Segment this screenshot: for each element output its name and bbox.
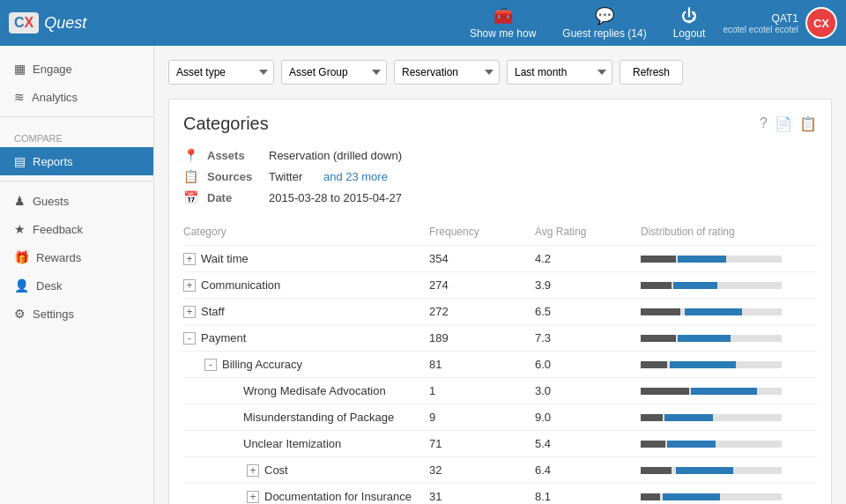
rating-bar bbox=[641, 414, 817, 421]
expand-button[interactable]: + bbox=[183, 306, 196, 318]
rating-bar-blue bbox=[678, 256, 726, 263]
app-layout: ▦ Engage ≋ Analytics Compare ▤ Reports ♟… bbox=[0, 46, 846, 504]
rating-bar-bg bbox=[641, 308, 782, 315]
nav-show-me-how[interactable]: 🧰 Show me how bbox=[470, 6, 536, 40]
category-cell: - Payment bbox=[183, 331, 429, 345]
categories-card: Categories ? 📄 📋 📍 Assets Reservation (d… bbox=[168, 99, 832, 504]
sidebar-item-reports-label: Reports bbox=[33, 155, 73, 168]
sidebar-item-desk[interactable]: 👤 Desk bbox=[0, 271, 153, 300]
rating-bar-dark bbox=[641, 308, 680, 315]
category-cell: Misunderstanding of Package bbox=[183, 411, 429, 424]
frequency-value: 272 bbox=[429, 305, 535, 318]
sidebar-item-rewards[interactable]: 🎁 Rewards bbox=[0, 243, 153, 271]
card-actions: ? 📄 📋 bbox=[760, 115, 817, 132]
category-label: Wrong Medisafe Advocation bbox=[243, 384, 386, 397]
rating-bar bbox=[641, 467, 817, 474]
date-range-select[interactable]: Last month bbox=[507, 60, 612, 85]
rating-bar-blue bbox=[676, 467, 733, 474]
rating-bar-blue bbox=[685, 308, 742, 315]
avg-rating-value: 7.3 bbox=[535, 331, 641, 345]
sidebar-item-analytics-label: Analytics bbox=[32, 91, 78, 104]
expand-button[interactable]: + bbox=[247, 464, 259, 477]
table-row: Misunderstanding of Package 9 9.0 bbox=[183, 404, 817, 431]
sidebar-item-feedback-label: Feedback bbox=[33, 223, 83, 236]
export-csv-icon[interactable]: 📄 bbox=[775, 115, 792, 132]
avg-rating-value: 9.0 bbox=[535, 411, 641, 424]
sidebar-item-guests-label: Guests bbox=[33, 195, 69, 208]
frequency-value: 32 bbox=[429, 463, 535, 477]
rating-bar-blue bbox=[678, 335, 731, 342]
sidebar-item-settings[interactable]: ⚙ Settings bbox=[0, 300, 153, 328]
category-label: Payment bbox=[201, 331, 246, 345]
header-nav: 🧰 Show me how 💬 Guest replies (14) ⏻ Log… bbox=[470, 6, 705, 40]
category-cell: + Documentation for Insurance bbox=[183, 490, 429, 503]
rating-bar-blue bbox=[663, 493, 720, 500]
nav-guest-replies[interactable]: 💬 Guest replies (14) bbox=[562, 6, 646, 40]
feedback-icon: ★ bbox=[14, 222, 26, 236]
table-header: Category Frequency Avg Rating Distributi… bbox=[183, 219, 817, 246]
compare-label: Compare bbox=[0, 122, 153, 147]
export-pdf-icon[interactable]: 📋 bbox=[799, 115, 817, 132]
expand-button[interactable]: - bbox=[183, 332, 196, 345]
rating-bar-bg bbox=[641, 282, 782, 289]
rating-bar bbox=[641, 361, 817, 368]
rating-bar-dark bbox=[641, 282, 672, 289]
avg-rating-value: 3.0 bbox=[535, 384, 641, 397]
card-header: Categories ? 📄 📋 bbox=[183, 114, 817, 134]
expand-button[interactable]: + bbox=[183, 279, 196, 292]
expand-button[interactable]: - bbox=[204, 359, 217, 371]
help-icon[interactable]: ? bbox=[760, 115, 768, 132]
sidebar-item-feedback[interactable]: ★ Feedback bbox=[0, 215, 153, 243]
table-row: - Billing Accuracy 81 6.0 bbox=[183, 352, 817, 378]
sidebar-item-analytics[interactable]: ≋ Analytics bbox=[0, 83, 153, 111]
main-content: Asset type Asset Group Reservation Last … bbox=[154, 46, 846, 504]
assets-value: Reservation (drilled down) bbox=[269, 149, 402, 162]
rating-bar-dark bbox=[641, 441, 665, 448]
engage-icon: ▦ bbox=[14, 62, 26, 76]
avg-rating-value: 6.4 bbox=[535, 463, 641, 477]
category-label: Billing Accuracy bbox=[222, 358, 302, 371]
sources-more-link[interactable]: and 23 more bbox=[323, 170, 388, 183]
refresh-button[interactable]: Refresh bbox=[620, 60, 683, 85]
table-row: Wrong Medisafe Advocation 1 3.0 bbox=[183, 378, 817, 404]
category-cell: + Cost bbox=[183, 463, 429, 477]
sidebar-item-guests[interactable]: ♟ Guests bbox=[0, 187, 153, 215]
avg-rating-value: 6.0 bbox=[535, 358, 641, 371]
avg-rating-value: 8.1 bbox=[535, 490, 641, 503]
sidebar-item-reports[interactable]: ▤ Reports bbox=[0, 147, 153, 175]
nav-logout[interactable]: ⏻ Logout bbox=[673, 7, 706, 40]
analytics-icon: ≋ bbox=[14, 90, 25, 104]
frequency-value: 81 bbox=[429, 358, 535, 371]
frequency-value: 31 bbox=[429, 490, 535, 503]
avg-rating-value: 3.9 bbox=[535, 278, 641, 292]
asset-group-select[interactable]: Asset Group bbox=[281, 60, 387, 85]
header-user: QAT1 ecotel ecotel ecotel CX bbox=[723, 7, 837, 39]
frequency-value: 71 bbox=[429, 437, 535, 450]
rating-bar bbox=[641, 308, 817, 315]
expand-button[interactable]: + bbox=[247, 491, 259, 503]
asset-type-select[interactable]: Asset type bbox=[168, 60, 274, 85]
table-row: Unclear Itemization 71 5.4 bbox=[183, 431, 817, 457]
rating-bar-blue bbox=[664, 414, 713, 421]
date-label: Date bbox=[207, 191, 260, 204]
user-subtitle: ecotel ecotel ecotel bbox=[723, 25, 798, 34]
sources-label: Sources bbox=[207, 170, 260, 183]
logo: CX Quest bbox=[9, 12, 86, 33]
sidebar-item-engage[interactable]: ▦ Engage bbox=[0, 55, 153, 83]
user-avatar: CX bbox=[805, 7, 837, 39]
category-cell: + Staff bbox=[183, 305, 429, 318]
col-category: Category bbox=[183, 226, 429, 238]
category-label: Documentation for Insurance bbox=[264, 490, 412, 503]
location-icon: 📍 bbox=[183, 148, 198, 162]
nav-show-me-how-label: Show me how bbox=[470, 27, 536, 40]
expand-button[interactable]: + bbox=[183, 253, 196, 265]
meta-assets: 📍 Assets Reservation (drilled down) bbox=[183, 148, 817, 162]
rating-bar-dark bbox=[641, 388, 689, 395]
rating-bar-blue bbox=[667, 441, 716, 448]
filters-bar: Asset type Asset Group Reservation Last … bbox=[168, 60, 832, 85]
col-avg-rating: Avg Rating bbox=[535, 226, 641, 238]
rating-bar-blue bbox=[691, 388, 757, 395]
rating-bar-blue bbox=[673, 282, 717, 289]
sidebar-item-engage-label: Engage bbox=[33, 63, 72, 76]
reservation-select[interactable]: Reservation bbox=[394, 60, 500, 85]
